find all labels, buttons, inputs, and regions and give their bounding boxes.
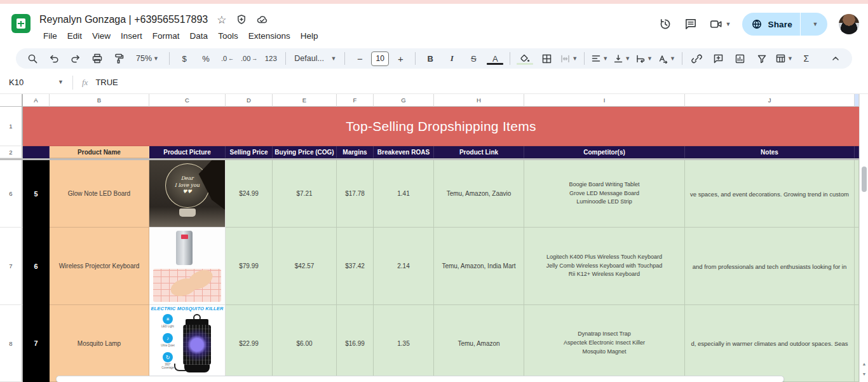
text-color-icon[interactable]: A <box>485 51 505 66</box>
header-product-link[interactable]: Product Link <box>434 146 524 158</box>
decrease-font-size-icon[interactable]: − <box>349 51 370 66</box>
cloud-status-icon[interactable] <box>256 14 269 25</box>
redo-icon[interactable] <box>65 51 86 66</box>
document-title[interactable]: Reynalyn Gonzaga | +639565517893 <box>39 14 208 25</box>
functions-icon[interactable]: Σ <box>796 51 817 66</box>
cell-margin[interactable]: $17.78 <box>337 160 374 228</box>
column-header-i[interactable]: I <box>524 94 685 107</box>
column-header-k[interactable] <box>855 94 859 107</box>
fill-color-icon[interactable] <box>515 51 535 66</box>
vertical-align-icon[interactable]: ▼ <box>611 51 632 66</box>
insert-comment-icon[interactable] <box>709 51 729 66</box>
cell-breakeven-roas[interactable]: 2.14 <box>374 228 434 305</box>
cell-product-picture[interactable]: ELECTRIC MOSQUITO KILLER ☀ LED Light ♪ U… <box>149 305 226 382</box>
header-product-name[interactable]: Product Name <box>50 146 149 158</box>
font-select[interactable]: Defaul... ▼ <box>290 51 340 66</box>
scroll-down-icon[interactable]: ▼ <box>860 369 868 378</box>
insert-chart-icon[interactable] <box>730 51 750 66</box>
share-button[interactable]: Share ▼ <box>742 13 827 36</box>
sheet-title-cell[interactable]: Top-Selling Dropshipping Items <box>23 107 859 146</box>
menu-file[interactable]: File <box>38 29 62 44</box>
header-product-picture[interactable]: Product Picture <box>149 146 226 158</box>
text-wrap-icon[interactable]: ▼ <box>634 51 654 66</box>
cell-competitors[interactable]: Boogie Board Writing Tablet Grove LED Me… <box>524 160 685 228</box>
cell-k[interactable] <box>855 228 859 305</box>
cell-margin[interactable]: $37.42 <box>337 228 374 305</box>
create-filter-icon[interactable] <box>752 51 772 66</box>
cell-product-picture[interactable]: Dear I love you ♥♥ <box>149 160 226 228</box>
header-selling-price[interactable]: Selling Price <box>226 146 273 158</box>
cell-k[interactable] <box>855 160 859 228</box>
comments-icon[interactable] <box>684 17 698 31</box>
version-history-icon[interactable] <box>658 17 672 31</box>
menu-format[interactable]: Format <box>147 29 185 44</box>
undo-icon[interactable] <box>44 51 64 66</box>
column-header-j[interactable]: J <box>685 94 855 107</box>
cell-product-name[interactable]: Wireless Projector Keyboard <box>50 228 149 305</box>
cell-product-name[interactable]: Mosquito Lamp <box>50 305 149 382</box>
strikethrough-icon[interactable]: S <box>463 51 484 66</box>
row-header-2[interactable]: 2 <box>0 146 23 158</box>
video-call-caret-icon[interactable]: ▼ <box>726 22 731 27</box>
insert-link-icon[interactable] <box>687 51 707 66</box>
row-header-8[interactable]: 8 <box>0 305 23 382</box>
menu-edit[interactable]: Edit <box>62 29 87 44</box>
cell-product-number[interactable]: 5 <box>23 160 50 228</box>
print-icon[interactable] <box>87 51 107 66</box>
cell-notes[interactable]: ve spaces, and event decorations. Growin… <box>685 160 855 228</box>
share-dropdown-icon[interactable]: ▼ <box>806 22 825 27</box>
hide-toolbar-icon[interactable] <box>825 51 846 66</box>
badge-plus-icon[interactable] <box>236 14 247 25</box>
increase-font-size-icon[interactable]: + <box>390 51 410 66</box>
column-header-c[interactable]: C <box>149 94 226 107</box>
vertical-scrollbar-thumb[interactable] <box>862 167 867 192</box>
cell-competitors[interactable]: Dynatrap Insect Trap Aspectek Electronic… <box>524 305 685 382</box>
column-header-g[interactable]: G <box>374 94 434 107</box>
avatar[interactable] <box>839 14 859 34</box>
header-buying-price[interactable]: Buying Price (COG) <box>273 146 337 158</box>
cell-product-picture[interactable] <box>149 228 226 305</box>
horizontal-scrollbar[interactable] <box>56 376 784 382</box>
menu-data[interactable]: Data <box>185 29 214 44</box>
row-header-1[interactable]: 1 <box>0 107 23 146</box>
column-header-a[interactable]: A <box>23 94 50 107</box>
column-header-d[interactable]: D <box>226 94 273 107</box>
cell-breakeven-roas[interactable]: 1.41 <box>374 160 434 228</box>
star-icon[interactable]: ☆ <box>217 15 226 25</box>
cell-breakeven-roas[interactable]: 1.35 <box>374 305 434 382</box>
header-cell-blank[interactable] <box>23 146 50 158</box>
video-call-button[interactable]: ▼ <box>709 17 731 31</box>
cell-product-name[interactable]: Glow Note LED Board <box>50 160 149 228</box>
select-all-corner[interactable] <box>0 94 23 107</box>
cell-product-number[interactable]: 6 <box>23 228 50 305</box>
cell-selling-price[interactable]: $79.99 <box>226 228 273 305</box>
sheets-logo-icon[interactable] <box>11 14 31 33</box>
row-header-7[interactable]: 7 <box>0 228 23 305</box>
format-percent-icon[interactable]: % <box>196 51 216 66</box>
formula-input[interactable]: TRUE <box>95 78 118 87</box>
font-size-input[interactable]: 10 <box>371 51 389 66</box>
row-header-6[interactable]: 6 <box>0 160 23 228</box>
table-views-icon[interactable]: ▼ <box>773 51 795 66</box>
header-breakeven-roas[interactable]: Breakeven ROAS <box>374 146 434 158</box>
horizontal-align-icon[interactable]: ▼ <box>589 51 610 66</box>
cell-competitors[interactable]: Logitech K400 Plus Wireless Touch Keyboa… <box>524 228 685 305</box>
cell-margin[interactable]: $16.99 <box>337 305 374 382</box>
cell-selling-price[interactable]: $24.99 <box>226 160 273 228</box>
cell-product-link[interactable]: Temu, Amazon, Zaavio <box>434 160 524 228</box>
cell-notes[interactable]: and from professionals and tech enthusia… <box>685 228 855 305</box>
cell-buying-price[interactable]: $7.21 <box>273 160 337 228</box>
increase-decimal-icon[interactable]: .00→ <box>239 51 259 66</box>
text-rotation-icon[interactable]: ▼ <box>656 51 677 66</box>
cell-selling-price[interactable]: $22.99 <box>226 305 273 382</box>
search-icon[interactable] <box>22 51 43 66</box>
paint-format-icon[interactable] <box>109 51 129 66</box>
cell-notes[interactable]: d, especially in warmer climates and out… <box>685 305 855 382</box>
more-formats-icon[interactable]: 123 <box>261 51 281 66</box>
name-box[interactable]: K10 ▼ <box>0 78 69 87</box>
column-header-b[interactable]: B <box>50 94 149 107</box>
header-competitors[interactable]: Competitor(s) <box>524 146 685 158</box>
menu-extensions[interactable]: Extensions <box>243 29 295 44</box>
column-header-f[interactable]: F <box>337 94 374 107</box>
column-header-h[interactable]: H <box>434 94 524 107</box>
